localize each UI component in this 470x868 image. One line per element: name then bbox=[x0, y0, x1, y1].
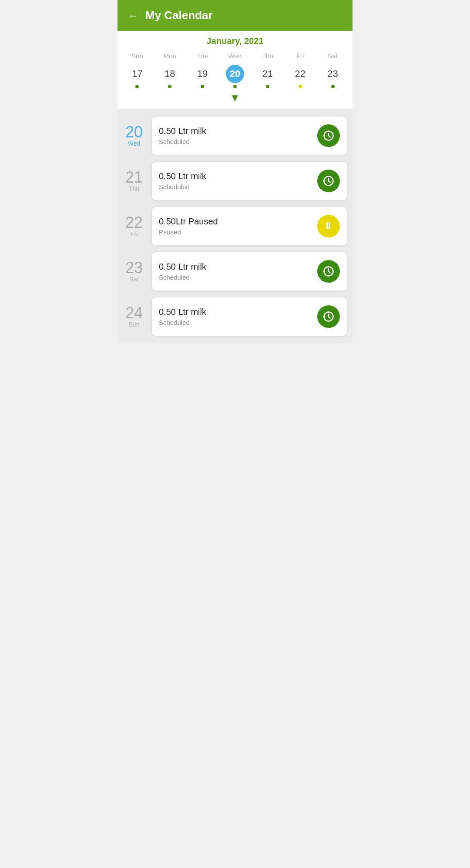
date-cell-23[interactable]: 23 bbox=[316, 65, 349, 88]
event-day-name: Sat bbox=[129, 276, 138, 283]
weekday-fri: Fri bbox=[284, 50, 316, 61]
event-day-num: 20 bbox=[125, 124, 143, 140]
event-card[interactable]: 0.50 Ltr milkScheduled bbox=[151, 116, 347, 155]
pause-icon: ⏸ bbox=[317, 215, 340, 237]
event-day-num: 24 bbox=[125, 305, 143, 321]
event-card[interactable]: 0.50 Ltr milkScheduled bbox=[151, 297, 347, 336]
date-number-22: 22 bbox=[291, 65, 309, 83]
event-title: 0.50 Ltr milk bbox=[159, 126, 206, 136]
date-dot-23 bbox=[331, 85, 335, 88]
date-cell-17[interactable]: 17 bbox=[121, 65, 154, 88]
date-dot-22 bbox=[299, 85, 302, 88]
page-title: My Calendar bbox=[145, 9, 213, 22]
date-number-23: 23 bbox=[324, 65, 342, 83]
event-day-name: Sun bbox=[129, 321, 140, 328]
date-number-18: 18 bbox=[161, 65, 179, 83]
event-card[interactable]: 0.50 Ltr milkScheduled bbox=[151, 161, 347, 200]
event-row[interactable]: 20Wed0.50 Ltr milkScheduled bbox=[123, 116, 347, 155]
selected-arrow: ▼ bbox=[118, 90, 352, 109]
event-info: 0.50 Ltr milkScheduled bbox=[159, 262, 206, 281]
month-label: January, 2021 bbox=[118, 36, 352, 46]
date-cell-22[interactable]: 22 bbox=[284, 65, 316, 88]
weekday-wed: Wed bbox=[219, 50, 252, 61]
event-title: 0.50 Ltr milk bbox=[159, 307, 206, 317]
event-date-label: 21Thu bbox=[123, 170, 145, 192]
event-date-label: 20Wed bbox=[123, 124, 145, 147]
weekday-sun: Sun bbox=[121, 50, 154, 61]
weekday-header: Sun Mon Tue Wed Thu Fri Sat bbox=[118, 50, 352, 61]
event-info: 0.50 Ltr milkScheduled bbox=[159, 171, 206, 190]
date-number-19: 19 bbox=[193, 65, 212, 83]
event-status: Scheduled bbox=[159, 319, 206, 326]
weekday-mon: Mon bbox=[154, 50, 186, 61]
event-date-label: 22Fri bbox=[123, 215, 145, 237]
weekday-thu: Thu bbox=[251, 50, 284, 61]
event-info: 0.50Ltr PausedPaused bbox=[159, 217, 218, 236]
weekday-sat: Sat bbox=[316, 50, 349, 61]
date-cell-19[interactable]: 19 bbox=[186, 65, 219, 88]
event-info: 0.50 Ltr milkScheduled bbox=[159, 126, 206, 145]
weekday-tue: Tue bbox=[186, 50, 219, 61]
date-dot-21 bbox=[266, 85, 269, 88]
event-day-name: Fri bbox=[131, 230, 138, 237]
app-header: ← My Calendar bbox=[118, 0, 352, 31]
event-card[interactable]: 0.50Ltr PausedPaused⏸ bbox=[151, 207, 347, 246]
clock-icon bbox=[317, 305, 340, 328]
event-card[interactable]: 0.50 Ltr milkScheduled bbox=[151, 252, 347, 291]
event-info: 0.50 Ltr milkScheduled bbox=[159, 307, 206, 326]
date-dot-18 bbox=[168, 85, 171, 88]
date-cell-20[interactable]: 20 bbox=[219, 65, 252, 88]
calendar-section: January, 2021 Sun Mon Tue Wed Thu Fri Sa… bbox=[118, 31, 352, 109]
event-day-num: 23 bbox=[125, 260, 143, 276]
event-title: 0.50 Ltr milk bbox=[159, 171, 206, 181]
event-day-num: 21 bbox=[125, 170, 143, 185]
event-day-name: Thu bbox=[129, 185, 139, 192]
event-date-label: 23Sat bbox=[123, 260, 145, 283]
event-row[interactable]: 23Sat0.50 Ltr milkScheduled bbox=[123, 252, 347, 291]
date-dot-20 bbox=[233, 85, 237, 88]
event-status: Scheduled bbox=[159, 138, 206, 145]
date-dot-17 bbox=[135, 85, 139, 88]
date-number-21: 21 bbox=[258, 65, 277, 83]
events-section: 20Wed0.50 Ltr milkScheduled 21Thu0.50 Lt… bbox=[118, 109, 352, 343]
dates-row: 17181920212223 bbox=[118, 61, 352, 90]
event-day-name: Wed bbox=[128, 140, 141, 147]
event-row[interactable]: 24Sun0.50 Ltr milkScheduled bbox=[123, 297, 347, 336]
back-button[interactable]: ← bbox=[128, 10, 138, 22]
date-number-17: 17 bbox=[128, 65, 146, 83]
clock-icon bbox=[317, 170, 340, 192]
event-status: Paused bbox=[159, 228, 218, 236]
event-day-num: 22 bbox=[125, 215, 143, 230]
date-dot-19 bbox=[201, 85, 204, 88]
event-title: 0.50 Ltr milk bbox=[159, 262, 206, 272]
event-date-label: 24Sun bbox=[123, 305, 145, 328]
date-cell-21[interactable]: 21 bbox=[251, 65, 284, 88]
date-number-20: 20 bbox=[226, 65, 244, 83]
event-row[interactable]: 22Fri0.50Ltr PausedPaused⏸ bbox=[123, 207, 347, 246]
clock-icon bbox=[317, 124, 340, 147]
event-status: Scheduled bbox=[159, 274, 206, 281]
clock-icon bbox=[317, 260, 340, 283]
event-status: Scheduled bbox=[159, 183, 206, 190]
date-cell-18[interactable]: 18 bbox=[154, 65, 186, 88]
event-row[interactable]: 21Thu0.50 Ltr milkScheduled bbox=[123, 161, 347, 200]
event-title: 0.50Ltr Paused bbox=[159, 217, 218, 227]
